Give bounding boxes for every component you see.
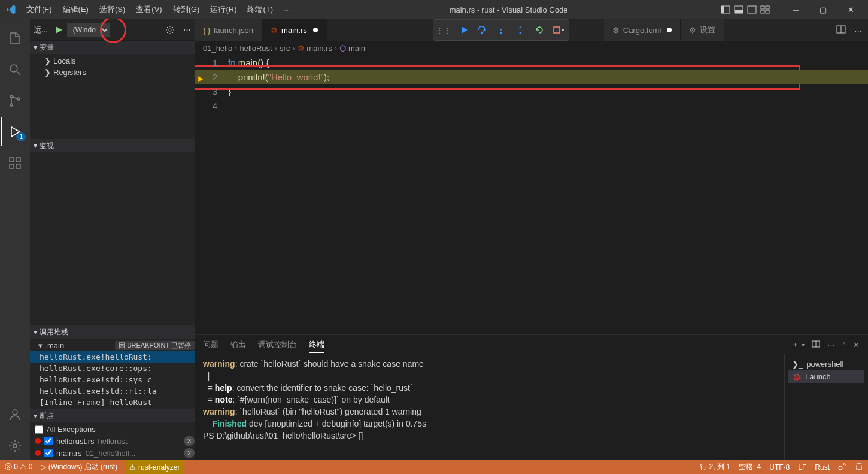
svg-rect-15 <box>16 164 20 168</box>
language-status[interactable]: Rust <box>815 463 830 472</box>
svg-rect-5 <box>761 6 764 9</box>
explorer-icon[interactable] <box>1 24 29 53</box>
extensions-icon[interactable] <box>1 149 29 177</box>
svg-rect-8 <box>766 10 769 13</box>
window-title: main.rs - rust - Visual Studio Code <box>296 5 721 14</box>
stack-frame[interactable]: helloRust.exe!std::sys_c <box>30 374 195 385</box>
more-icon[interactable]: ⋯ <box>183 25 191 34</box>
breadcrumb[interactable]: 01_hello›helloRust›src›⚙ main.rs›⬡ main <box>195 41 868 55</box>
svg-point-11 <box>10 104 13 106</box>
stack-frame[interactable]: [Inline Frame] helloRust <box>30 397 195 408</box>
step-out-button[interactable] <box>512 22 528 38</box>
registers-item[interactable]: ❯ Registers <box>30 67 195 78</box>
svg-point-26 <box>839 466 842 470</box>
debug-status[interactable]: ▷ (Windows) 启动 (rust) <box>41 462 117 472</box>
svg-point-20 <box>481 32 482 34</box>
svg-rect-14 <box>10 164 14 168</box>
maximize-button[interactable]: ▢ <box>809 1 837 19</box>
menu-bar: 文件(F)编辑(E)选择(S)查看(V)转到(G)运行(R)终端(T)… <box>22 2 296 17</box>
panel-left-icon[interactable] <box>721 5 730 14</box>
menu-item[interactable]: 终端(T) <box>242 2 278 17</box>
editor-tab[interactable]: { }launch.json <box>195 19 262 41</box>
feedback-icon[interactable] <box>838 462 846 472</box>
thread-item[interactable]: ▾ main 因 BREAKPOINT 已暂停 <box>30 340 195 351</box>
svg-point-17 <box>13 410 17 415</box>
editor-tab[interactable]: ⚙Cargo.toml <box>604 19 681 41</box>
step-over-button[interactable] <box>474 22 490 38</box>
split-editor-icon[interactable]: ⋯ <box>830 25 868 36</box>
terminal-instance[interactable]: ❯_powershell <box>788 358 864 370</box>
bell-icon[interactable] <box>855 462 863 472</box>
errors-status[interactable]: ⓧ 0 ⚠ 0 <box>5 462 32 472</box>
menu-item[interactable]: 转到(G) <box>168 2 205 17</box>
editor-tab[interactable]: ⚙main.rs <box>262 19 327 41</box>
breakpoints-section[interactable]: ▾ 断点 <box>30 409 195 422</box>
stack-frame[interactable]: helloRust.exe!std::rt::la <box>30 385 195 397</box>
svg-point-9 <box>10 65 17 72</box>
close-panel-icon[interactable]: ✕ <box>853 340 860 349</box>
cursor-position[interactable]: 行 2, 列 1 <box>700 462 730 472</box>
editor-tab[interactable]: ⚙设置 <box>681 19 724 41</box>
activity-bar: 1 <box>0 19 30 460</box>
stack-frame[interactable]: helloRust.exe!core::ops: <box>30 363 195 374</box>
debug-config-toolbar: 运... (Windo ⋯ <box>30 19 195 41</box>
svg-rect-6 <box>766 6 769 9</box>
menu-item[interactable]: … <box>279 2 296 17</box>
gear-icon[interactable] <box>165 25 175 35</box>
svg-rect-4 <box>748 6 756 13</box>
variables-section[interactable]: ▾ 变量 <box>30 41 195 54</box>
step-into-button[interactable] <box>493 22 509 38</box>
settings-icon[interactable] <box>1 431 29 460</box>
editor-group: { }launch.json⚙main.rs ⋮⋮ ▾ ⚙Cargo.toml⚙… <box>195 19 868 460</box>
restart-button[interactable] <box>532 22 547 38</box>
stop-button[interactable]: ▾ <box>551 22 566 38</box>
svg-rect-16 <box>16 158 20 162</box>
continue-button[interactable] <box>455 22 471 38</box>
panel-tab[interactable]: 调试控制台 <box>258 337 297 352</box>
layout-controls <box>721 5 770 14</box>
all-exceptions[interactable]: All Exceptions <box>30 424 195 435</box>
maximize-panel-icon[interactable]: ^ <box>842 340 846 349</box>
menu-item[interactable]: 查看(V) <box>131 2 166 17</box>
locals-item[interactable]: ❯ Locals <box>30 55 195 67</box>
menu-item[interactable]: 运行(R) <box>205 2 241 17</box>
split-terminal-icon[interactable] <box>812 340 820 350</box>
panel-tabs: 问题输出调试控制台终端 ＋ ▾ ⋯ ^ ✕ <box>195 335 868 354</box>
breakpoint-item[interactable]: hellorust.rshellorust3 <box>30 435 195 447</box>
indent-status[interactable]: 空格: 4 <box>739 462 761 472</box>
svg-rect-13 <box>10 158 14 162</box>
panel-tab[interactable]: 问题 <box>203 337 218 352</box>
panel-right-icon[interactable] <box>747 5 757 14</box>
encoding-status[interactable]: UTF-8 <box>769 463 790 472</box>
start-debug-button[interactable] <box>54 25 63 35</box>
more-panel-icon[interactable]: ⋯ <box>827 340 835 349</box>
watch-section[interactable]: ▾ 监视 <box>30 139 195 152</box>
panel-tab[interactable]: 输出 <box>230 337 246 352</box>
svg-rect-23 <box>554 27 560 33</box>
source-control-icon[interactable] <box>1 86 29 115</box>
stack-frame[interactable]: helloRust.exe!helloRust: <box>30 351 195 363</box>
callstack-section[interactable]: ▾ 调用堆栈 <box>30 325 195 339</box>
panel-bottom-icon[interactable] <box>734 5 743 14</box>
analyzer-status[interactable]: ⚠ rust-analyzer <box>126 460 183 474</box>
terminal[interactable]: warning: crate `helloRust` should have a… <box>195 354 784 460</box>
debug-icon[interactable]: 1 <box>1 117 29 146</box>
account-icon[interactable] <box>1 400 29 429</box>
config-select[interactable]: (Windo <box>67 23 110 37</box>
menu-item[interactable]: 编辑(E) <box>58 2 93 17</box>
layout-icon[interactable] <box>760 5 770 14</box>
terminal-instance[interactable]: 🐞Launch <box>788 370 864 383</box>
pause-reason: 因 BREAKPOINT 已暂停 <box>115 341 195 350</box>
drag-handle-icon[interactable]: ⋮⋮ <box>436 26 451 35</box>
search-icon[interactable] <box>1 55 29 84</box>
breakpoint-item[interactable]: main.rs01_hello\hell...2 <box>30 447 195 459</box>
close-button[interactable]: ✕ <box>837 1 864 19</box>
panel-tab[interactable]: 终端 <box>309 337 324 353</box>
minimize-button[interactable]: ─ <box>782 1 809 19</box>
menu-item[interactable]: 选择(S) <box>95 2 130 17</box>
editor[interactable]: 1fn main() {2 println!("Hello, world!");… <box>195 55 868 334</box>
run-label: 运... <box>34 25 48 35</box>
menu-item[interactable]: 文件(F) <box>22 2 57 17</box>
eol-status[interactable]: LF <box>798 463 806 472</box>
new-terminal-button[interactable]: ＋ ▾ <box>791 339 805 350</box>
